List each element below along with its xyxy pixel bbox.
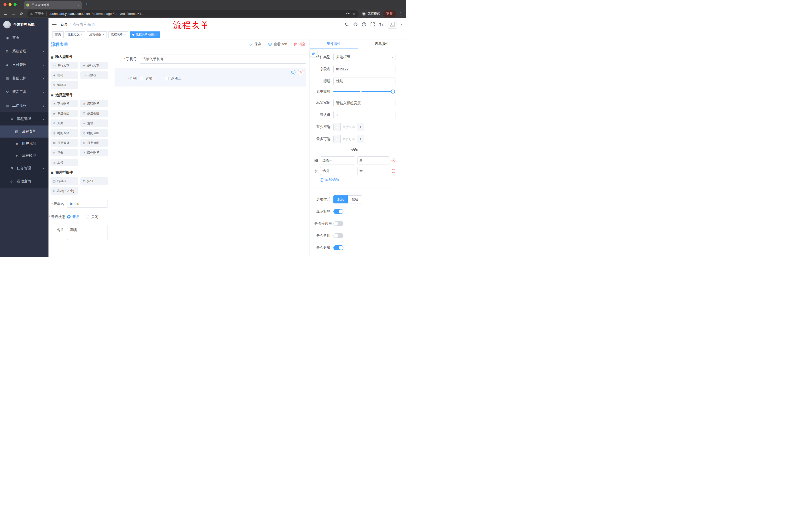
- zoom-window-button[interactable]: [13, 3, 17, 6]
- palette-item-multi-line-text[interactable]: ▤ 多行文本: [80, 62, 108, 69]
- copy-widget-button[interactable]: [290, 70, 295, 75]
- palette-item-date-range[interactable]: ▥ 日期范围: [80, 139, 108, 146]
- option-2-value-input[interactable]: [357, 167, 389, 175]
- new-tab-button[interactable]: +: [85, 1, 88, 7]
- palette-item-time-range[interactable]: ◴ 时间范围: [80, 129, 108, 137]
- url-bar[interactable]: ⚠ 不安全 dashboard.yudao.iocoder.cn /bpm/ma…: [27, 10, 358, 17]
- drag-handle-icon[interactable]: [314, 169, 318, 173]
- component-type-select[interactable]: 多选框组 ▾: [334, 53, 396, 61]
- gender-option-1-checkbox[interactable]: 选项一: [140, 76, 156, 81]
- sidebar-item-user-group[interactable]: ☻ 用户分组: [0, 138, 49, 150]
- sidebar-item-process-model[interactable]: ➤ 流程模型: [0, 150, 49, 162]
- option-2-label-input[interactable]: [320, 167, 355, 175]
- show-label-switch[interactable]: [334, 209, 343, 214]
- tab-close-icon[interactable]: ×: [81, 33, 83, 36]
- minimize-window-button[interactable]: [8, 3, 11, 6]
- sidebar-item-workflow[interactable]: ▦ 工作流程 ▴: [0, 99, 49, 112]
- delete-widget-button[interactable]: [298, 70, 303, 75]
- tab-close-icon[interactable]: ×: [77, 3, 79, 7]
- search-icon[interactable]: [345, 22, 349, 27]
- option-1-label-input[interactable]: [320, 156, 355, 164]
- checkbox-box[interactable]: [165, 77, 169, 80]
- palette-item-date-picker[interactable]: ▦ 日期选择: [51, 139, 78, 146]
- avatar-caret-icon[interactable]: ▾: [401, 23, 402, 26]
- palette-item-row-container[interactable]: ▢ 行容器: [51, 177, 78, 185]
- palette-item-select[interactable]: ▾ 下拉选择: [51, 100, 78, 107]
- status-on-radio[interactable]: 开启: [67, 213, 79, 221]
- save-button[interactable]: 保存: [249, 42, 261, 47]
- field-name-input[interactable]: [334, 65, 396, 73]
- tab-form-properties[interactable]: 表单属性: [358, 39, 406, 49]
- stepper-increase-button[interactable]: +: [357, 123, 364, 131]
- selected-widget-gender[interactable]: *性别 选项一 选项二: [115, 67, 306, 86]
- palette-item-editor[interactable]: ✎ 编辑器: [51, 81, 78, 89]
- palette-item-rate[interactable]: ☆ 评分: [51, 149, 78, 156]
- style-default-button[interactable]: 默认: [334, 195, 348, 204]
- palette-item-cascader[interactable]: ⋔ 级联选择: [80, 100, 108, 107]
- bookmark-star-icon[interactable]: ☆: [352, 12, 355, 16]
- tab-close-icon[interactable]: ×: [124, 33, 126, 36]
- reload-icon[interactable]: ⟳: [19, 11, 24, 16]
- view-tab-process-definition[interactable]: 流程定义 ×: [65, 31, 85, 38]
- palette-item-button[interactable]: ⊡ 按钮: [80, 177, 108, 185]
- checkbox-box[interactable]: [140, 77, 143, 80]
- stepper-increase-button[interactable]: +: [357, 135, 364, 143]
- form-grid-slider[interactable]: [334, 91, 393, 92]
- palette-item-checkbox-group[interactable]: ☑ 多选框组: [80, 110, 108, 117]
- palette-item-time-picker[interactable]: ◷ 时间选择: [51, 129, 78, 137]
- sidebar-item-infrastructure[interactable]: ▤ 基础设施 ▾: [0, 72, 49, 85]
- browser-tab[interactable]: 芋道管理系统 ×: [24, 1, 82, 9]
- style-button-button[interactable]: 按钮: [348, 195, 362, 204]
- view-tab-process-form[interactable]: 流程表单 ×: [108, 31, 128, 38]
- palette-item-table[interactable]: ⊞ 表格[开发中]: [51, 187, 78, 195]
- label-width-input[interactable]: [334, 99, 396, 107]
- tab-component-properties[interactable]: 组件属性: [310, 39, 358, 49]
- avatar[interactable]: [388, 20, 397, 29]
- sidebar-item-process-form[interactable]: ▤ 流程表单: [0, 126, 49, 138]
- title-input[interactable]: [334, 77, 396, 85]
- sidebar-item-payment[interactable]: ¥ 支付管理 ▾: [0, 58, 49, 72]
- palette-item-counter[interactable]: 123 计数器: [80, 72, 108, 79]
- update-button[interactable]: 更新: [383, 10, 396, 17]
- forward-icon[interactable]: →: [11, 11, 16, 16]
- browser-menu-icon[interactable]: ⋮: [399, 11, 403, 16]
- option-1-value-input[interactable]: [357, 156, 389, 164]
- sidebar-item-home[interactable]: ◉ 首页: [0, 31, 49, 45]
- breadcrumb-home[interactable]: 首页: [61, 22, 67, 27]
- palette-item-password[interactable]: ◈ 密码: [51, 72, 78, 79]
- add-option-button[interactable]: 添加选项: [320, 178, 396, 182]
- stepper-decrease-button[interactable]: −: [334, 135, 341, 143]
- tab-close-icon[interactable]: ×: [103, 33, 104, 36]
- remove-option-button[interactable]: [392, 158, 396, 162]
- form-remark-textarea[interactable]: 嘿嘿: [67, 226, 108, 240]
- gender-option-2-checkbox[interactable]: 选项二: [165, 76, 181, 81]
- drag-handle-icon[interactable]: [314, 159, 318, 162]
- sidebar-item-task-management[interactable]: ⚑ 任务管理 ▾: [0, 162, 49, 175]
- sidebar-item-leave-query[interactable]: ☺ 请假查询: [0, 175, 49, 188]
- palette-item-slider[interactable]: ⊸ 滑块: [80, 119, 108, 127]
- phone-field-row[interactable]: *手机号: [115, 55, 306, 64]
- palette-item-single-line-text[interactable]: ▭ 单行文本: [51, 62, 78, 69]
- close-window-button[interactable]: [3, 3, 6, 6]
- palette-item-switch[interactable]: ⊙ 开关: [51, 119, 78, 127]
- security-label[interactable]: 不安全: [35, 11, 47, 16]
- palette-item-upload[interactable]: ☁ 上传: [51, 159, 78, 166]
- max-select-value[interactable]: 最多可选: [341, 135, 357, 143]
- view-tab-process-form-edit[interactable]: 流程表单-编辑 ×: [130, 31, 160, 38]
- hamburger-icon[interactable]: [52, 23, 57, 26]
- disabled-switch[interactable]: [334, 233, 343, 238]
- phone-input[interactable]: [140, 55, 306, 64]
- form-name-input[interactable]: [67, 200, 108, 208]
- slider-handle[interactable]: [391, 89, 395, 93]
- help-icon[interactable]: ?: [362, 22, 366, 27]
- palette-item-radio-group[interactable]: ◉ 单选框组: [51, 110, 78, 117]
- stepper-decrease-button[interactable]: −: [334, 123, 341, 131]
- sidebar-item-system[interactable]: ⚙ 系统管理 ▾: [0, 45, 49, 58]
- border-switch[interactable]: [334, 221, 343, 226]
- view-tab-home[interactable]: 首页: [53, 31, 63, 38]
- back-icon[interactable]: ←: [3, 11, 8, 16]
- sidebar-item-process-management[interactable]: ≡ 流程管理 ▴: [0, 112, 49, 126]
- status-off-radio[interactable]: 关闭: [86, 213, 98, 221]
- github-icon[interactable]: [353, 22, 358, 27]
- font-size-icon[interactable]: TT: [379, 22, 384, 27]
